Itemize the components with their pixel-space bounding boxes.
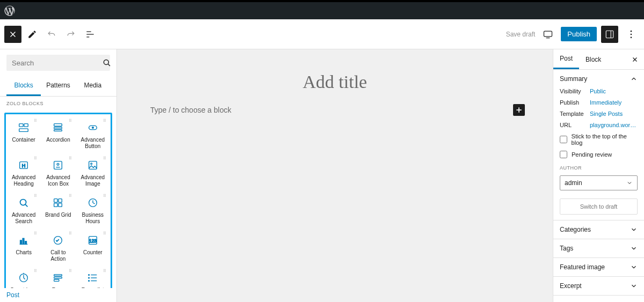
switch-to-draft-button[interactable]: Switch to draft [560,198,638,215]
discussion-section-toggle[interactable]: Discussion [553,296,644,302]
close-settings-button[interactable] [626,50,644,69]
block-item[interactable]: ⠿Charts [7,229,40,266]
svg-rect-19 [54,130,62,131]
pending-checkbox-row[interactable]: Pending review [560,151,638,158]
admin-bar [0,2,644,19]
block-icon [18,197,30,209]
block-label: Advanced Search [8,212,39,225]
block-item[interactable]: ⠿Advanced Image [76,154,109,190]
svg-rect-14 [19,124,23,127]
options-button[interactable] [623,26,640,43]
url-value[interactable]: playground.wordpress... [590,122,638,128]
block-label: Counter [83,249,103,256]
block-label: Advanced Icon Box [42,174,74,187]
block-item[interactable]: ⠿Call to Action [41,229,75,266]
block-category-label: ZOLO BLOCKS [0,97,116,111]
search-input[interactable] [12,59,102,67]
tab-media[interactable]: Media [76,76,110,96]
summary-section-toggle[interactable]: Summary [553,70,644,88]
tab-blocks[interactable]: Blocks [6,76,41,96]
undo-button[interactable] [43,26,60,43]
block-item[interactable]: ⠿Brand Grid [41,191,75,228]
block-item[interactable]: ⠿Advanced Search [7,191,40,228]
block-icon [52,272,64,284]
search-input-wrapper[interactable] [6,55,110,71]
save-draft-button: Save draft [506,31,536,38]
block-label: Countdown [10,287,38,288]
blocks-grid-highlighted: ⠿Container⠿Accordion⠿Advanced Button⠿HAd… [4,113,112,288]
svg-point-28 [91,163,92,165]
publish-button[interactable]: Publish [561,27,597,41]
block-label: Advanced Image [77,174,108,187]
svg-point-57 [89,281,90,282]
block-icon: 123 [87,234,99,246]
svg-line-30 [25,204,27,207]
block-item[interactable]: ⠿Advanced Button [76,116,109,153]
document-overview-button[interactable] [82,26,99,43]
settings-toggle-button[interactable] [601,26,618,43]
block-label: Advanced Button [77,137,108,150]
block-label: Business Hours [77,212,108,225]
svg-line-37 [93,203,95,204]
block-item[interactable]: ⠿HAdvanced Heading [7,154,40,190]
settings-tab-block[interactable]: Block [579,50,608,69]
settings-panel: Post Block Summary VisibilityPublic Publ… [553,49,644,302]
drag-handle-icon: ⠿ [103,156,106,161]
svg-rect-51 [54,279,59,282]
block-label: Advanced Heading [8,174,39,187]
svg-rect-41 [25,241,27,245]
featured-image-section-toggle[interactable]: Featured image [553,258,644,276]
svg-line-47 [24,278,25,279]
post-title-input[interactable]: Add title [150,64,519,104]
paragraph-placeholder[interactable]: Type / to choose a block [150,106,508,114]
chevron-down-icon [630,282,638,290]
post-link[interactable]: Post [0,288,116,302]
drag-handle-icon: ⠿ [103,119,106,123]
preview-button[interactable] [539,26,557,43]
svg-point-21 [92,127,93,129]
sticky-checkbox-row[interactable]: Stick to the top of the blog [560,133,638,146]
block-item[interactable]: ⠿Business Hours [76,191,109,228]
chevron-down-icon [626,180,633,186]
svg-rect-16 [19,129,28,132]
block-item[interactable]: ⠿Accordion [41,116,75,153]
search-icon [102,58,112,68]
author-select[interactable]: admin [560,175,638,190]
svg-rect-49 [54,275,62,276]
block-icon [52,122,64,134]
sticky-checkbox[interactable] [560,136,567,143]
block-label: Container [12,137,35,143]
block-item[interactable]: ⠿Fancy list [76,267,109,288]
add-block-button[interactable] [513,104,525,116]
excerpt-section-toggle[interactable]: Excerpt [553,277,644,295]
svg-rect-15 [24,124,28,127]
block-item[interactable]: ⠿Form [41,267,75,288]
block-item[interactable]: ⠿Advanced Icon Box [41,154,75,190]
svg-rect-17 [54,124,62,127]
wordpress-logo-icon[interactable] [4,5,15,16]
block-icon [87,197,99,209]
toggle-inserter-button[interactable] [4,26,21,43]
drag-handle-icon: ⠿ [103,194,106,198]
block-icon: H [18,159,30,171]
publish-label: Publish [560,99,590,106]
block-icon [87,159,99,171]
publish-value[interactable]: Immediately [590,99,638,106]
block-item[interactable]: ⠿Countdown [7,267,40,288]
block-item[interactable]: ⠿Container [7,116,40,153]
categories-section-toggle[interactable]: Categories [553,220,644,239]
svg-rect-50 [54,277,62,278]
drag-handle-icon: ⠿ [34,231,37,236]
drag-handle-icon: ⠿ [69,194,72,198]
settings-tab-post[interactable]: Post [553,49,579,69]
block-item[interactable]: ⠿123Counter [76,229,109,266]
block-label: Brand Grid [45,212,71,218]
visibility-value[interactable]: Public [590,88,638,94]
tags-section-toggle[interactable]: Tags [553,239,644,257]
tools-button[interactable] [24,26,41,43]
redo-button[interactable] [62,26,79,43]
pending-checkbox[interactable] [560,151,567,158]
tab-patterns[interactable]: Patterns [41,76,75,96]
visibility-label: Visibility [560,88,590,94]
template-value[interactable]: Single Posts [590,111,638,117]
